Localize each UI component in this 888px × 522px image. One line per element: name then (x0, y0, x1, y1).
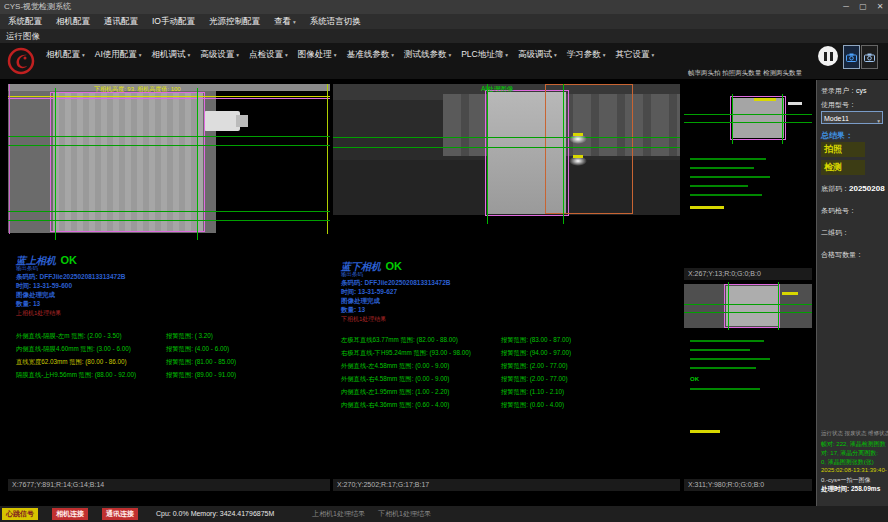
pause-button[interactable] (818, 46, 838, 66)
measure-name: 直线宽度62.03mm 范围: (80.00 - 86.00) (16, 358, 127, 365)
stats-line: 2025:02:08-13:31:39:40- (821, 467, 887, 473)
output-barcode-label: 输出条码 (16, 265, 38, 272)
camera-image-upper[interactable]: 下相机高度: 93. 相机高度值: 100 蓝上相机 OK 输出条码 条码码: … (8, 84, 330, 479)
tool-image-processing[interactable]: 图像处理▾ (298, 49, 337, 61)
measure-alarm: 报警范围: (83.00 - 87.00) (501, 336, 571, 345)
tool-other-settings[interactable]: 其它设置▾ (616, 49, 655, 61)
chevron-down-icon: ▾ (554, 52, 557, 58)
chevron-down-icon: ▾ (603, 52, 606, 58)
height-overlay-label: 下相机高度: 93. 相机高度值: 100 (94, 85, 181, 94)
tool-camera-debug[interactable]: 相机调试▾ (152, 49, 191, 61)
overlay-marker (573, 155, 583, 158)
toolbar-items: 相机配置▾ AI使用配置▾ 相机调试▾ 高级设置▾ 点检设置▾ 图像处理▾ 基准… (46, 49, 654, 61)
status-bar: 心跳信号 相机连接 通讯连接 Cpu: 0.0% Memory: 3424.41… (0, 506, 888, 522)
title-bar: CYS-视觉检测系统 ─ ▢ ✕ (0, 0, 888, 14)
process-done-label: 图像处理完成 (341, 297, 380, 306)
maximize-icon[interactable]: ▢ (857, 0, 869, 14)
tool-advanced-debug[interactable]: 高级调试▾ (518, 49, 557, 61)
measure-row: 外侧直线-左4.58mm 范围: (0.00 - 9.00) 报警范围: (2.… (341, 362, 651, 374)
stats-line: 0, 液晶图测张数(张) (821, 458, 874, 467)
overlay-vline (197, 88, 198, 240)
stats-line: 帧对: 222, 液晶检测图数 (821, 440, 886, 449)
overlay-hline (8, 220, 330, 221)
measure-row: 直线宽度62.03mm 范围: (80.00 - 86.00) 报警范围: (8… (16, 358, 326, 370)
text-line-decor (690, 340, 764, 342)
login-value: cys (856, 87, 867, 94)
minimize-icon[interactable]: ─ (840, 0, 852, 14)
overlay-hline (333, 147, 680, 148)
total-result-label: 总结果： (821, 130, 853, 141)
tool-baseline-params[interactable]: 基准线参数▾ (347, 49, 394, 61)
menu-item-system-config[interactable]: 系统配置 (8, 16, 42, 28)
cpu-memory-readout: Cpu: 0.0% Memory: 3424.41796875M (156, 506, 274, 522)
tool-spot-check[interactable]: 点检设置▾ (249, 49, 288, 61)
chevron-down-icon: ▾ (285, 52, 288, 58)
tool-ai-config[interactable]: AI使用配置▾ (95, 49, 142, 61)
overlay-guide-line (8, 98, 330, 99)
camera-button-2[interactable] (861, 45, 878, 69)
measure-name: 外侧直线-右4.58mm 范围: (0.00 - 9.00) (341, 375, 449, 382)
measure-name: 右极耳直线-下H95.24mm 范围: (93.00 - 98.00) (341, 349, 471, 356)
process-done-label: 图像处理完成 (16, 291, 55, 300)
tool-plc-address[interactable]: PLC地址簿▾ (461, 49, 508, 61)
measure-alarm: 报警范围: ( 3.20) (166, 332, 213, 341)
measure-alarm: 报警范围: (2.00 - 77.00) (501, 375, 568, 384)
menu-item-language[interactable]: 系统语言切换 (310, 16, 361, 28)
connector-part (204, 111, 240, 131)
measure-row: 隔膜直线-上H9.56mm 范围: (88.00 - 92.00) 报警范围: … (16, 371, 326, 383)
tool-advanced-settings[interactable]: 高级设置▾ (200, 49, 239, 61)
chevron-down-icon: ▾ (505, 52, 508, 58)
menu-item-io-manual[interactable]: IO手动配置 (152, 16, 195, 28)
camera-connect-badge: 相机连接 (52, 508, 88, 520)
tool-camera-config[interactable]: 相机配置▾ (46, 49, 85, 61)
login-label: 登录用户： (821, 87, 856, 94)
ai-overlay-label: AI处理图像 (481, 85, 513, 94)
comm-connect-badge: 通讯连接 (102, 508, 138, 520)
bottom-code-label: 底部码： (821, 185, 849, 192)
measure-alarm: 报警范围: (4.00 - 6.00) (166, 345, 229, 354)
camera-image-lower[interactable]: AI处理图像 蓝下相机 OK 输出条码 条码码: DFFJiie20250208… (333, 84, 680, 479)
measure-row: 内侧直线-隔膜4.60mm 范围: (3.00 - 6.00) 报警范围: (4… (16, 345, 326, 357)
heartbeat-badge: 心跳信号 (2, 508, 38, 520)
lower-camera-result-label: 下相机1处理结果 (378, 506, 431, 522)
brand-logo (6, 46, 36, 76)
tool-learning-params[interactable]: 学习参数▾ (567, 49, 606, 61)
bottom-code-value: 20250208 (849, 184, 885, 193)
close-icon[interactable]: ✕ (874, 0, 886, 14)
menu-bar: 系统配置 相机配置 通讯配置 IO手动配置 光源控制配置 查看▾ 系统语言切换 (0, 14, 888, 29)
camera-button-1[interactable] (843, 45, 860, 69)
measure-name: 外侧直线-隔膜-左m 范围: (2.00 - 3.50) (16, 332, 122, 339)
model-label: 使用型号： (821, 100, 856, 110)
camera-panel-upper[interactable]: 下相机高度: 93. 相机高度值: 100 蓝上相机 OK 输出条码 条码码: … (8, 84, 330, 491)
result-display-2: 检测 (821, 160, 865, 175)
overlay-vline (732, 94, 733, 144)
model-select[interactable]: Mode11 ▾ (821, 111, 883, 124)
overlay-vline (55, 88, 56, 240)
preview-image-top[interactable] (684, 84, 812, 268)
menu-item-view[interactable]: 查看▾ (274, 16, 296, 28)
preview-panel-top[interactable]: X:267;Y:13;R:0;G:0;B:0 (684, 84, 812, 280)
pass-count-label: 合格写数量： (821, 250, 863, 260)
measure-name: 内侧直线-隔膜4.60mm 范围: (3.00 - 6.00) (16, 345, 131, 352)
roi-rect (724, 284, 780, 328)
text-line-decor (690, 349, 750, 351)
camera-panel-lower[interactable]: AI处理图像 蓝下相机 OK 输出条码 条码码: DFFJiie20250208… (333, 84, 680, 491)
menu-item-camera-config[interactable]: 相机配置 (56, 16, 90, 28)
camera-icon (864, 53, 875, 62)
measure-alarm: 报警范围: (1.10 - 2.10) (501, 388, 564, 397)
camera-icon (846, 53, 857, 62)
menu-item-comm-config[interactable]: 通讯配置 (104, 16, 138, 28)
overlay-vline (487, 84, 488, 224)
preview-image-bottom[interactable]: OK (684, 280, 812, 479)
count-label: 数量: 13 (16, 300, 40, 309)
tab-row: 运行图像 (0, 29, 888, 43)
text-line-decor (690, 194, 762, 196)
text-line-decor (690, 158, 766, 160)
pause-icon (824, 52, 827, 61)
tool-testline-params[interactable]: 测试线参数▾ (404, 49, 451, 61)
tab-run-image[interactable]: 运行图像 (6, 31, 40, 41)
overlay-vline (782, 94, 783, 144)
preview-panel-bottom[interactable]: OK X:311;Y:980;R:0;G:0;B:0 (684, 280, 812, 491)
menu-item-light-config[interactable]: 光源控制配置 (209, 16, 260, 28)
measure-name: 内侧直线-右4.36mm 范围: (0.60 - 4.00) (341, 401, 449, 408)
